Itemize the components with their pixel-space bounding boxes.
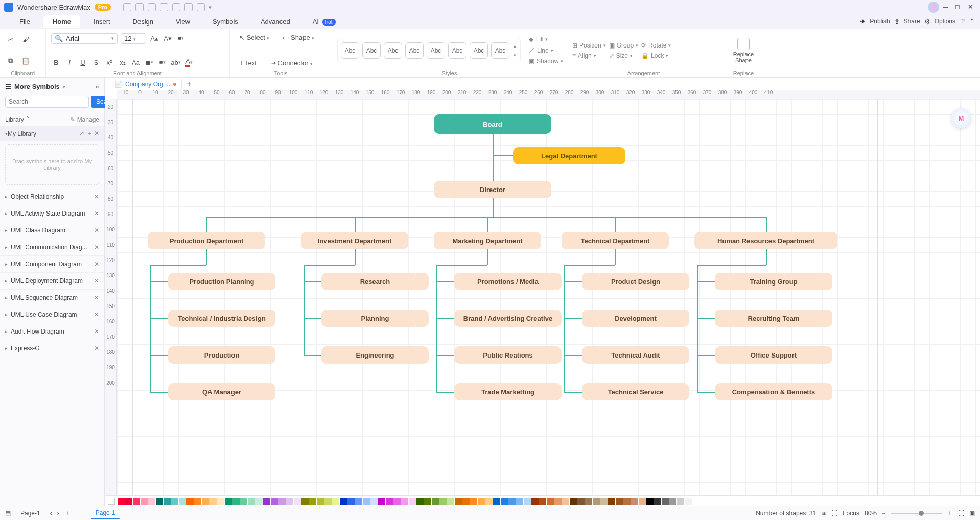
color-swatch[interactable] <box>225 498 232 505</box>
color-swatch[interactable] <box>179 498 186 505</box>
category-item[interactable]: ▸UML Communication Diag...✕ <box>0 239 104 255</box>
node-child[interactable]: Production Planning <box>168 273 275 290</box>
export-lib-icon[interactable]: ↗ <box>79 130 84 137</box>
color-swatch[interactable] <box>393 498 401 505</box>
help-icon[interactable]: ？ <box>960 17 966 26</box>
bold-icon[interactable]: B <box>51 57 61 67</box>
color-swatch[interactable] <box>209 498 217 505</box>
node-child[interactable]: QA Manager <box>168 383 275 400</box>
manage-link[interactable]: ✎ Manage <box>70 116 99 123</box>
font-family-select[interactable]: 🔍 Arial ▾ <box>51 33 118 44</box>
color-swatch[interactable] <box>378 498 385 505</box>
tab-file[interactable]: File <box>10 15 39 28</box>
color-picker-icon[interactable] <box>108 498 115 505</box>
zoom-slider[interactable] <box>891 513 942 514</box>
avatar[interactable] <box>928 2 939 13</box>
color-swatch[interactable] <box>263 498 270 505</box>
color-swatch[interactable] <box>271 498 278 505</box>
symbol-search-input[interactable] <box>5 96 89 108</box>
category-item[interactable]: ▸UML Activity State Diagram✕ <box>0 205 104 222</box>
zoom-out-icon[interactable]: − <box>882 510 885 517</box>
node-child[interactable]: Engineering <box>321 346 429 364</box>
color-swatch[interactable] <box>485 498 493 505</box>
color-swatch[interactable] <box>493 498 500 505</box>
line-dropdown[interactable]: ／ Line▾ <box>529 45 563 56</box>
replace-shape-button[interactable]: Replace Shape <box>726 38 761 63</box>
category-item[interactable]: ▸UML Deployment Diagram✕ <box>0 272 104 289</box>
style-preset[interactable]: Abc <box>448 42 466 59</box>
color-swatch[interactable] <box>470 498 477 505</box>
style-preset[interactable]: Abc <box>384 42 402 59</box>
publish-label[interactable]: Publish <box>870 18 890 25</box>
color-swatch[interactable] <box>355 498 362 505</box>
drawing-canvas[interactable]: BoardLegal DepartmentDirectorProduction … <box>117 99 980 495</box>
color-swatch[interactable] <box>217 498 224 505</box>
color-swatch[interactable] <box>547 498 554 505</box>
group-dropdown[interactable]: ▣ Group▾ <box>609 41 638 50</box>
color-swatch[interactable] <box>539 498 546 505</box>
copy-icon[interactable]: ⧉ <box>5 56 15 66</box>
color-swatch[interactable] <box>439 498 447 505</box>
decrease-font-icon[interactable]: A▾ <box>162 33 173 43</box>
text-tool[interactable]: T Text <box>235 59 261 67</box>
node-child[interactable]: Planning <box>321 310 429 327</box>
color-swatch[interactable] <box>370 498 378 505</box>
tab-symbols[interactable]: Symbols <box>203 15 247 28</box>
color-swatch[interactable] <box>148 498 155 505</box>
color-swatch[interactable] <box>332 498 339 505</box>
collapse-ribbon-icon[interactable]: ˄ <box>970 18 974 26</box>
pages-menu-icon[interactable]: ▤ <box>5 510 11 517</box>
cut-icon[interactable]: ✂ <box>5 35 15 45</box>
color-swatch[interactable] <box>462 498 470 505</box>
align-dropdown[interactable]: ≡ Align▾ <box>572 51 606 60</box>
paste-icon[interactable]: 📋 <box>20 56 31 66</box>
style-preset[interactable]: Abc <box>362 42 381 59</box>
rotate-dropdown[interactable]: ⟳ Rotate▾ <box>641 41 671 50</box>
color-swatch[interactable] <box>324 498 332 505</box>
node-director[interactable]: Director <box>434 181 551 198</box>
select-tool[interactable]: ↖ Select ▾ <box>235 34 273 41</box>
node-board[interactable]: Board <box>434 114 551 134</box>
style-preset[interactable]: Abc <box>427 42 445 59</box>
prev-page-icon[interactable]: ‹ <box>50 510 52 517</box>
hamburger-icon[interactable]: ☰ <box>5 83 11 90</box>
color-swatch[interactable] <box>194 498 201 505</box>
color-swatch[interactable] <box>186 498 194 505</box>
focus-icon[interactable]: ⛶ <box>831 510 837 517</box>
node-child[interactable]: Brand / Advertising Creative <box>454 310 562 327</box>
color-swatch[interactable] <box>508 498 516 505</box>
strike-icon[interactable]: S̶ <box>91 57 101 67</box>
italic-icon[interactable]: I <box>64 57 75 67</box>
color-swatch[interactable] <box>202 498 209 505</box>
node-child[interactable]: Technical Service <box>582 383 689 400</box>
color-swatch[interactable] <box>286 498 293 505</box>
color-swatch[interactable] <box>616 498 623 505</box>
close-icon[interactable]: ✕ <box>94 311 99 318</box>
page-tab[interactable]: Page-1 <box>91 507 120 519</box>
category-item[interactable]: ▸Audit Flow Diagram✕ <box>0 323 104 340</box>
color-swatch[interactable] <box>447 498 454 505</box>
close-icon[interactable]: ✕ <box>94 261 99 268</box>
color-swatch[interactable] <box>309 498 316 505</box>
fill-dropdown[interactable]: ◆ Fill▾ <box>529 35 563 44</box>
color-swatch[interactable] <box>401 498 408 505</box>
add-page-icon[interactable]: ＋ <box>64 509 71 517</box>
tab-view[interactable]: View <box>167 15 199 28</box>
color-swatch[interactable] <box>516 498 523 505</box>
close-lib-icon[interactable]: ✕ <box>94 130 99 137</box>
export-icon[interactable] <box>197 3 205 11</box>
color-swatch[interactable] <box>232 498 240 505</box>
color-swatch[interactable] <box>278 498 286 505</box>
open-icon[interactable] <box>160 3 168 11</box>
gallery-down-icon[interactable]: ▾ <box>514 53 516 58</box>
node-child[interactable]: Recruiting Team <box>715 310 832 327</box>
gallery-up-icon[interactable]: ▴ <box>514 43 516 49</box>
style-preset[interactable]: Abc <box>405 42 424 59</box>
color-swatch[interactable] <box>570 498 577 505</box>
node-child[interactable]: Trade Marketting <box>454 383 562 400</box>
add-tab-button[interactable]: ＋ <box>185 79 193 89</box>
color-swatch[interactable] <box>585 498 592 505</box>
style-preset[interactable]: Abc <box>470 42 488 59</box>
color-swatch[interactable] <box>133 498 140 505</box>
case-icon[interactable]: Aa <box>131 57 141 67</box>
